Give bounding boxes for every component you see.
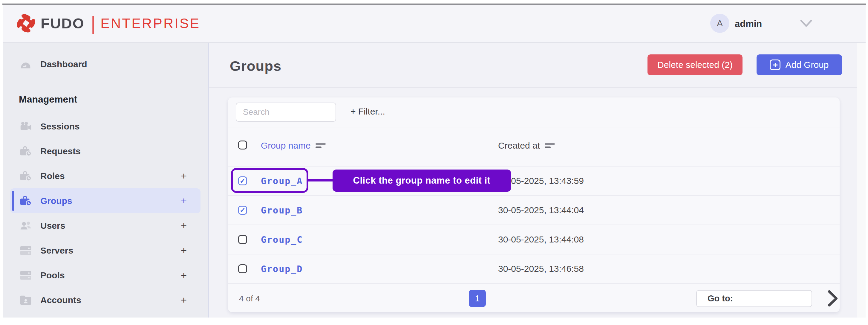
add-group-button[interactable]: + Add Group [756, 54, 842, 75]
servers-icon [19, 244, 33, 258]
expand-plus-icon[interactable]: + [181, 170, 187, 182]
delete-selected-button[interactable]: Delete selected (2) [648, 54, 743, 75]
expand-plus-icon[interactable]: + [181, 244, 187, 256]
column-header-created-at[interactable]: Created at [498, 141, 555, 151]
sidebar-item-groups[interactable]: Groups+ [10, 188, 200, 213]
sidebar-section-management: Management [10, 94, 200, 105]
created-at-value: 30-05-2025, 13:44:08 [498, 234, 584, 244]
fudo-knot-icon [16, 13, 36, 33]
annotation-callout: Click the group name to edit it [333, 170, 511, 191]
search-input[interactable] [236, 102, 336, 122]
users-icon [19, 219, 33, 233]
brand-name: FUDO [41, 15, 85, 32]
page-1-button[interactable]: 1 [469, 290, 486, 307]
brand-separator: | [91, 12, 95, 35]
scrollbar-track[interactable] [857, 43, 866, 318]
annotation-connector-line [308, 179, 333, 181]
accounts-icon [19, 293, 33, 307]
sidebar-item-label: Accounts [40, 295, 81, 305]
page-header-divider [209, 87, 857, 88]
table-row: Group_D 30-05-2025, 13:46:58 [228, 254, 840, 283]
created-at-value: 30-05-2025, 13:43:59 [498, 176, 584, 186]
avatar[interactable]: A [710, 14, 730, 33]
sidebar-item-label: Pools [40, 270, 65, 280]
brand-edition: ENTERPRISE [100, 15, 200, 31]
sidebar-item-requests[interactable]: Requests [10, 139, 200, 164]
sidebar-item-sessions[interactable]: Sessions [10, 114, 200, 139]
app-window: FUDO | ENTERPRISE A admin DashboardManag… [0, 0, 868, 325]
group-name-link[interactable]: Group_A [261, 176, 303, 186]
sort-icon[interactable] [315, 143, 326, 148]
page-title: Groups [230, 58, 281, 74]
goto-label: Go to: [708, 294, 733, 303]
select-all-checkbox[interactable] [238, 141, 247, 149]
plus-square-icon: + [770, 59, 780, 70]
sidebar-item-accounts[interactable]: Accounts+ [10, 288, 200, 313]
user-menu[interactable]: A admin [698, 4, 866, 42]
requests-icon [19, 144, 33, 158]
created-at-value: 30-05-2025, 13:46:58 [498, 264, 584, 274]
column-header-group-name[interactable]: Group name [261, 141, 326, 151]
add-filter-button[interactable]: + Filter... [350, 107, 385, 117]
expand-plus-icon[interactable]: + [181, 269, 187, 281]
table-footer: 4 of 4 1 Go to: [228, 283, 840, 313]
row-checkbox[interactable] [238, 235, 247, 244]
table-row: ✓ Group_B 30-05-2025, 13:44:04 [228, 195, 840, 225]
created-at-header-label: Created at [498, 141, 540, 151]
sidebar-nav: DashboardManagementSessionsRequestsRoles… [3, 52, 208, 313]
top-navbar: FUDO | ENTERPRISE A admin [3, 4, 866, 43]
sort-icon[interactable] [545, 143, 555, 148]
sidebar-item-pools[interactable]: Pools+ [10, 263, 200, 288]
groups-icon [19, 194, 33, 208]
sidebar-item-users[interactable]: Users+ [10, 213, 200, 238]
expand-plus-icon[interactable]: + [181, 220, 187, 231]
sidebar: DashboardManagementSessionsRequestsRoles… [3, 43, 208, 318]
sidebar-item-label: Requests [40, 146, 81, 156]
sidebar-item-label: Groups [40, 196, 72, 206]
sidebar-item-label: Roles [40, 171, 65, 181]
main-content: Groups Delete selected (2) + Add Group +… [209, 43, 857, 318]
chevron-down-icon[interactable] [800, 19, 812, 28]
pools-icon [19, 268, 33, 282]
roles-icon [19, 169, 33, 183]
groups-table-card: + Filter... Group name Created at ✓ Grou… [228, 97, 840, 312]
group-name-link[interactable]: Group_C [261, 234, 303, 245]
sidebar-item-label: Servers [40, 245, 73, 256]
expand-plus-icon[interactable]: + [181, 195, 187, 207]
group-name-link[interactable]: Group_D [261, 264, 303, 274]
created-at-value: 30-05-2025, 13:44:04 [498, 205, 584, 215]
sidebar-item-servers[interactable]: Servers+ [10, 238, 200, 263]
row-checkbox[interactable]: ✓ [238, 206, 247, 215]
sidebar-item-roles[interactable]: Roles+ [10, 164, 200, 188]
sidebar-item-label: Dashboard [40, 59, 87, 69]
row-count: 4 of 4 [239, 294, 260, 303]
row-checkbox[interactable] [238, 264, 247, 273]
brand-logo: FUDO | ENTERPRISE [16, 4, 200, 42]
table-header-row: Group name Created at [228, 127, 840, 166]
group-name-link[interactable]: Group_B [261, 205, 303, 215]
row-checkbox[interactable]: ✓ [238, 176, 247, 185]
sidebar-item-label: Users [40, 220, 65, 231]
goto-page-input[interactable]: Go to: [696, 290, 812, 307]
table-toolbar: + Filter... [228, 97, 840, 127]
add-group-label: Add Group [785, 60, 829, 70]
expand-plus-icon[interactable]: + [181, 294, 187, 306]
table-body: ✓ Group_A 30-05-2025, 13:43:59 ✓ Group_B… [228, 166, 840, 283]
sidebar-item-label: Sessions [40, 121, 80, 131]
next-page-icon[interactable] [826, 289, 839, 308]
dashboard-icon [19, 57, 33, 71]
table-row: Group_C 30-05-2025, 13:44:08 [228, 225, 840, 254]
user-name: admin [735, 19, 762, 29]
sidebar-item-dashboard[interactable]: Dashboard [10, 52, 200, 77]
group-name-header-label: Group name [261, 141, 311, 151]
sessions-icon [19, 120, 33, 134]
